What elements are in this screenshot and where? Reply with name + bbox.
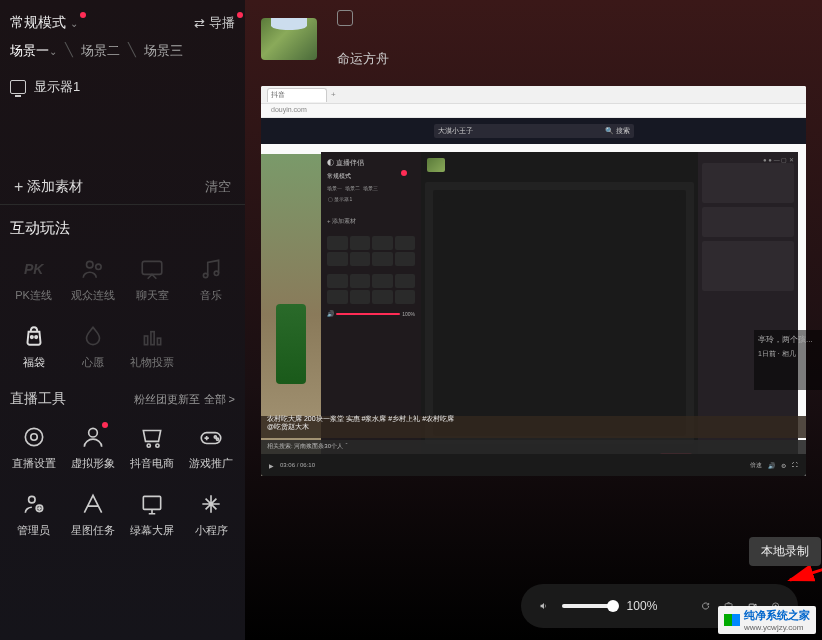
svg-rect-20 <box>143 496 160 509</box>
music-icon <box>198 256 224 282</box>
stream-thumbnail[interactable] <box>261 18 317 60</box>
gamepad-icon <box>198 424 224 450</box>
star-task-icon <box>80 491 106 517</box>
admin-icon <box>21 491 47 517</box>
svg-point-3 <box>204 273 208 277</box>
live-settings-button[interactable]: 直播设置 <box>6 416 61 479</box>
miniapp-button[interactable]: 小程序 <box>184 483 239 546</box>
volume-slider[interactable] <box>562 604 612 608</box>
svg-point-5 <box>30 336 32 338</box>
edit-title-button[interactable] <box>337 10 353 26</box>
poll-icon <box>139 323 165 349</box>
bag-icon <box>21 323 47 349</box>
wish-icon <box>80 323 106 349</box>
interactive-section-title: 互动玩法 <box>0 205 245 248</box>
volume-button[interactable] <box>539 596 548 616</box>
svg-rect-2 <box>142 261 162 274</box>
pk-icon: PK <box>21 256 47 282</box>
source-item-monitor[interactable]: 显示器1 <box>10 74 235 100</box>
star-map-button[interactable]: 星图任务 <box>65 483 120 546</box>
related-search: 相关搜索: 河南浆面条30个人 ˅ <box>261 440 806 454</box>
sparkle-icon <box>198 491 224 517</box>
browser-tabs: 抖音 + <box>261 86 806 104</box>
cart-icon <box>139 424 165 450</box>
refresh-button[interactable] <box>701 596 710 616</box>
watermark: 纯净系统之家 www.ycwjzy.com <box>718 606 816 634</box>
svg-point-1 <box>96 264 101 269</box>
tools-section-title: 直播工具 <box>10 390 66 408</box>
scene-tab-3[interactable]: 场景三 <box>144 42 183 60</box>
svg-point-18 <box>28 496 34 503</box>
audience-icon <box>80 256 106 282</box>
add-source-button[interactable]: + 添加素材 <box>14 178 83 196</box>
transfer-button[interactable]: ⇄ 导播 <box>194 14 235 32</box>
svg-point-12 <box>89 428 98 437</box>
mode-selector[interactable]: 常规模式 ⌄ <box>10 14 78 32</box>
swap-icon: ⇄ <box>194 16 205 31</box>
admin-button[interactable]: 管理员 <box>6 483 61 546</box>
svg-point-4 <box>215 271 219 275</box>
browser-tab: 抖音 <box>267 88 327 102</box>
side-recommendation: 亭玲，两个孩... 1日前 · 相几 <box>754 330 822 390</box>
svg-point-10 <box>25 428 42 445</box>
gift-vote-button[interactable]: 礼物投票 <box>125 315 180 378</box>
svg-point-13 <box>147 444 150 447</box>
scene-tab-1[interactable]: 场景一 ⌄ <box>10 42 57 60</box>
audience-link-button[interactable]: 观众连线 <box>65 248 120 311</box>
svg-rect-8 <box>151 332 154 345</box>
preview-area: 抖音 + douyin.com 大漠小王子 🔍 搜索 ◐ 直播伴侣 常规模式 场… <box>261 86 806 476</box>
mode-label: 常规模式 <box>10 14 66 32</box>
green-screen-button[interactable]: 绿幕大屏 <box>125 483 180 546</box>
notification-dot <box>237 12 243 18</box>
fan-update-link[interactable]: 粉丝团更新至 全部 > <box>134 392 235 407</box>
svg-rect-9 <box>158 338 161 345</box>
url-bar: douyin.com <box>261 104 806 118</box>
game-promo-button[interactable]: 游戏推广 <box>184 416 239 479</box>
scene-tab-2[interactable]: 场景二 <box>81 42 120 60</box>
chevron-down-icon: ⌄ <box>70 18 78 29</box>
chatroom-button[interactable]: 聊天室 <box>125 248 180 311</box>
ecommerce-button[interactable]: 抖音电商 <box>125 416 180 479</box>
settings-target-icon <box>21 424 47 450</box>
notification-dot <box>80 12 86 18</box>
svg-point-14 <box>156 444 159 447</box>
svg-point-6 <box>35 336 37 338</box>
wish-button[interactable]: 心愿 <box>65 315 120 378</box>
stream-title: 命运方舟 <box>337 50 389 68</box>
avatar-icon <box>80 424 106 450</box>
lucky-bag-button[interactable]: 福袋 <box>6 315 61 378</box>
svg-rect-7 <box>145 336 148 345</box>
svg-point-11 <box>30 434 37 441</box>
music-button[interactable]: 音乐 <box>184 248 239 311</box>
volume-value: 100% <box>627 599 658 613</box>
video-controls: ▶03:06 / 06:10 倍速🔊⚙⛶ <box>261 454 806 476</box>
svg-point-0 <box>86 261 93 268</box>
svg-point-17 <box>217 438 219 440</box>
svg-point-16 <box>215 436 217 438</box>
clear-sources-button[interactable]: 清空 <box>205 178 231 196</box>
nested-search-box: 大漠小王子 🔍 搜索 <box>434 124 634 138</box>
chat-icon <box>139 256 165 282</box>
plus-icon: + <box>14 178 23 196</box>
screen-icon <box>139 491 165 517</box>
flag-icon <box>724 614 740 626</box>
pk-link-button[interactable]: PKPK连线 <box>6 248 61 311</box>
avatar-button[interactable]: 虚拟形象 <box>65 416 120 479</box>
monitor-icon <box>10 80 26 94</box>
local-record-tooltip: 本地录制 <box>749 537 821 566</box>
